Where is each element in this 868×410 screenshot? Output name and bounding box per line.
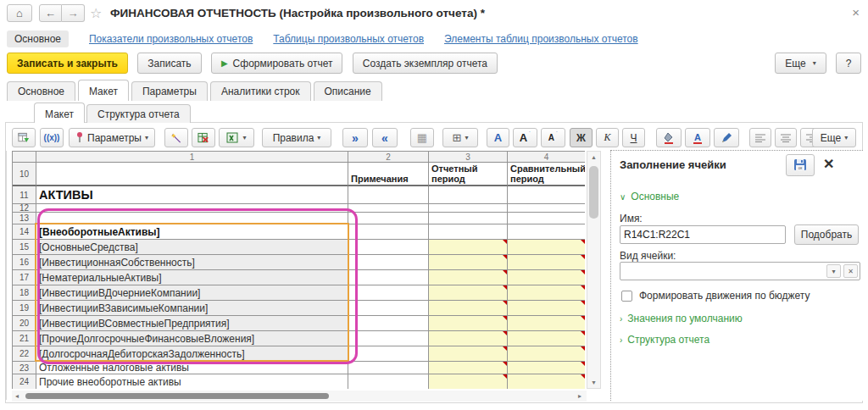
close-window-button[interactable]: ×	[852, 5, 860, 19]
edit-pencil-button[interactable]	[714, 128, 739, 147]
sheet-cell[interactable]	[508, 240, 585, 255]
align-center-button[interactable]	[775, 128, 797, 147]
move-right-button[interactable]: »	[342, 128, 368, 147]
generate-report-button[interactable]: ▶ Сформировать отчет	[211, 53, 343, 74]
sheet-cell[interactable]: Отчетный период	[429, 163, 508, 186]
tab-макет[interactable]: Макет	[78, 80, 129, 101]
align-left-button[interactable]	[749, 128, 771, 147]
sheet-cell[interactable]: [ОсновныеСредства]	[36, 240, 348, 255]
sheet-cell[interactable]: 4	[508, 152, 585, 163]
navlink-2[interactable]: Элементы таблиц произвольных отчетов	[444, 33, 638, 45]
sheet-cell[interactable]	[348, 270, 429, 285]
sheet-cell[interactable]: [ПрочиеДолгосрочныеФинансовыеВложения]	[36, 331, 348, 346]
sheet-cell[interactable]: 22	[13, 346, 36, 362]
sheet-cell[interactable]: Отложенные налоговые активы	[36, 362, 348, 374]
sheet-cell[interactable]	[429, 255, 508, 270]
show-formulas-button[interactable]: ((х))	[40, 128, 64, 147]
sheet-cell[interactable]: 11	[13, 186, 36, 204]
sheet-cell[interactable]: 2	[348, 152, 429, 163]
sheet-cell[interactable]	[348, 224, 429, 240]
sheet-cell[interactable]	[429, 285, 508, 301]
sheet-cell[interactable]	[508, 374, 585, 389]
sheet-cell[interactable]	[429, 240, 508, 255]
font-button[interactable]: А	[487, 128, 509, 147]
sheet-cell[interactable]	[429, 213, 508, 224]
sheet-cell[interactable]: 21	[13, 331, 36, 346]
horizontal-scrollbar[interactable]: ◂ ▸	[12, 391, 587, 402]
horizontal-scroll-thumb[interactable]	[25, 393, 329, 399]
save-button[interactable]: Записать	[137, 53, 201, 74]
sheet-cell[interactable]	[508, 186, 585, 204]
sheet-cell[interactable]: [НематериальныеАктивы]	[36, 270, 348, 285]
sheet-cell[interactable]	[429, 186, 508, 204]
sheet-cell[interactable]	[508, 316, 585, 331]
sheet-cell[interactable]	[348, 301, 429, 316]
sheet-cell[interactable]: 13	[13, 213, 36, 224]
sheet-cell[interactable]	[429, 301, 508, 316]
subtab-структура-отчета[interactable]: Структура отчета	[86, 104, 191, 123]
navlink-main-chip[interactable]: Основное	[7, 30, 69, 47]
sheet-cell[interactable]	[429, 362, 508, 374]
group-main-toggle[interactable]: ∨Основные	[620, 191, 679, 202]
sheet-cell[interactable]	[348, 213, 429, 224]
back-button[interactable]: ←	[39, 4, 62, 22]
home-button[interactable]: ⌂	[7, 4, 32, 22]
vertical-scroll-thumb[interactable]	[589, 166, 598, 219]
navlink-1[interactable]: Таблицы произвольных отчетов	[273, 33, 424, 45]
sheet-cell[interactable]	[508, 301, 585, 316]
borders-button[interactable]: ⊞ ▾	[442, 128, 478, 147]
sheet-cell[interactable]	[508, 213, 585, 224]
sheet-cell[interactable]	[429, 331, 508, 346]
sheet-cell[interactable]	[36, 204, 348, 213]
panel-save-button[interactable]: ок	[786, 154, 815, 176]
sheet-cell[interactable]	[508, 362, 585, 374]
sheet-cell[interactable]	[429, 204, 508, 213]
sheet-cell[interactable]	[508, 224, 585, 240]
excel-export-button[interactable]: ▾	[219, 128, 254, 147]
spreadsheet[interactable]: 123410ПримечанияОтчетный периодСравнител…	[12, 151, 585, 389]
sheet-cell[interactable]: Примечания	[348, 163, 429, 186]
forward-button[interactable]: →	[62, 4, 85, 22]
sheet-cell[interactable]	[508, 346, 585, 362]
sheet-cell[interactable]	[508, 270, 585, 285]
sheet-cell[interactable]: Сравнительный период	[508, 163, 585, 186]
parameters-button[interactable]: Параметры ▾	[69, 128, 155, 147]
name-input[interactable]	[620, 225, 786, 244]
layout-settings-button[interactable]	[12, 128, 36, 147]
scroll-down-icon[interactable]: ▼	[587, 377, 600, 388]
italic-button[interactable]: К	[596, 128, 619, 147]
sheet-cell[interactable]: 23	[13, 362, 36, 374]
bold-button[interactable]: Ж	[570, 128, 593, 147]
sheet-cell[interactable]	[348, 362, 429, 374]
sheet-cell[interactable]	[348, 316, 429, 331]
sheet-cell[interactable]	[508, 285, 585, 301]
sheet-cell[interactable]	[36, 163, 348, 186]
tab-описание[interactable]: Описание	[314, 81, 382, 101]
sheet-cell[interactable]	[508, 204, 585, 213]
sheet-cell[interactable]	[348, 374, 429, 389]
create-instance-button[interactable]: Создать экземпляр отчета	[353, 53, 498, 74]
sheet-cell[interactable]: [ДолгосрочнаяДебиторскаяЗадолженность]	[36, 346, 348, 362]
combo-dropdown-icon[interactable]: ▾	[826, 264, 841, 278]
sheet-cell[interactable]: АКТИВЫ	[36, 186, 348, 204]
underline-button[interactable]: Ч	[622, 128, 645, 147]
scroll-right-icon[interactable]: ▸	[575, 392, 585, 400]
favorite-star-icon[interactable]: ☆	[90, 5, 102, 21]
sheet-cell[interactable]	[348, 285, 429, 301]
sheet-cell[interactable]	[36, 213, 348, 224]
scroll-left-icon[interactable]: ◂	[12, 392, 22, 400]
font-decrease-button[interactable]: А˙	[541, 128, 565, 147]
sheet-cell[interactable]: [ИнвестицииВДочерниеКомпании]	[36, 285, 348, 301]
merge-cells-button[interactable]: ▦	[410, 128, 434, 147]
sheet-cell[interactable]: [ИнвестиционнаяСобственность]	[36, 255, 348, 270]
sheet-cell[interactable]	[429, 224, 508, 240]
fill-color-button[interactable]	[656, 128, 682, 147]
subtab-макет[interactable]: Макет	[34, 102, 85, 123]
sheet-cell[interactable]: 16	[13, 255, 36, 270]
more-button[interactable]: Еще▾	[775, 53, 826, 74]
sheet-cell[interactable]: 3	[429, 152, 508, 163]
sheet-cell[interactable]	[13, 152, 36, 163]
tab-основное[interactable]: Основное	[7, 81, 75, 101]
sheet-cell[interactable]	[348, 255, 429, 270]
font-color-button[interactable]: А	[685, 128, 710, 147]
